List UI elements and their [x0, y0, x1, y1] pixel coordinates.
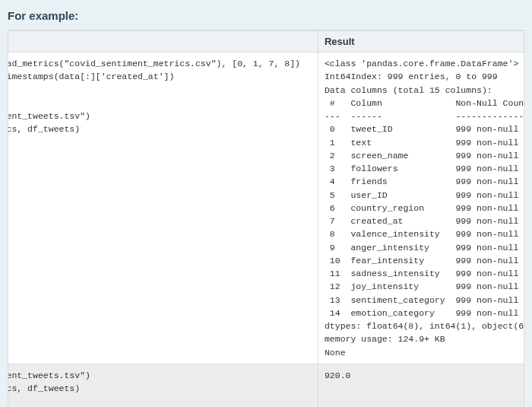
page-container: For example: Result o_structured(load_me…	[0, 0, 532, 407]
example-table: Result o_structured(load_metrics("covid_…	[8, 30, 524, 407]
example-heading: For example:	[8, 9, 524, 22]
table-row: o_structured(load_metrics("covid_sentime…	[8, 52, 524, 364]
column-header-result: Result	[318, 31, 524, 52]
code-block: s("covid_sentiment_tweets.tsv") frames(d…	[8, 369, 312, 407]
table-row: s("covid_sentiment_tweets.tsv") frames(d…	[8, 364, 524, 407]
result-cell: 920.0	[318, 364, 524, 407]
example-scroll-container[interactable]: Result o_structured(load_metrics("covid_…	[8, 30, 524, 407]
code-block: o_structured(load_metrics("covid_sentime…	[8, 57, 312, 149]
column-header-code	[8, 31, 318, 52]
code-cell: s("covid_sentiment_tweets.tsv") frames(d…	[8, 364, 318, 407]
code-cell: o_structured(load_metrics("covid_sentime…	[8, 52, 318, 364]
table-header-row: Result	[8, 31, 524, 52]
result-block: <class 'pandas.core.frame.DataFrame'> In…	[325, 57, 524, 359]
result-block: 920.0	[325, 369, 524, 382]
result-cell: <class 'pandas.core.frame.DataFrame'> In…	[318, 52, 524, 364]
